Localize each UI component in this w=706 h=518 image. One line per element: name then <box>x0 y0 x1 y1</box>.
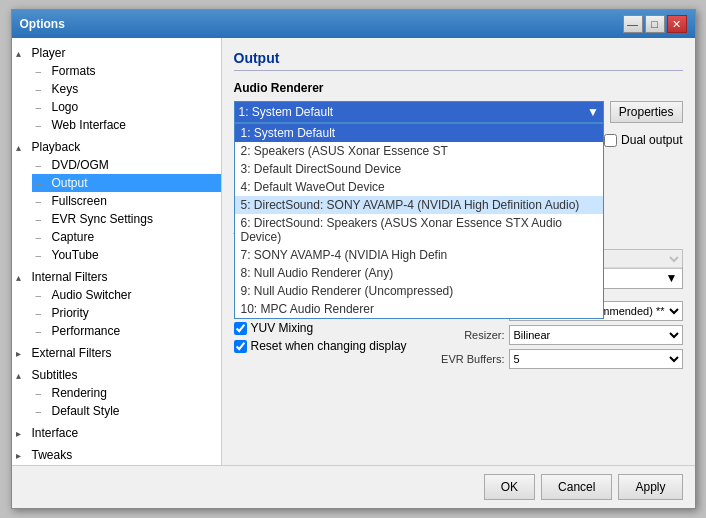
sidebar-item-subtitles[interactable]: ▴ Subtitles <box>12 366 221 384</box>
dropdown-arrow-icon: ▼ <box>587 105 599 119</box>
expand-icon: ▸ <box>16 348 32 359</box>
sidebar-item-dvd-ogm[interactable]: –DVD/OGM <box>32 156 221 174</box>
checkbox-reset-display: Reset when changing display <box>234 339 422 353</box>
maximize-button[interactable]: □ <box>645 15 665 33</box>
audio-renderer-row: 1: System Default ▼ 1: System Default 2:… <box>234 101 683 123</box>
sidebar-item-performance[interactable]: –Performance <box>32 322 221 340</box>
yuv-mixing-checkbox[interactable] <box>234 322 247 335</box>
evr-buffers-select[interactable]: 5 <box>509 349 683 369</box>
expand-icon: ▸ <box>16 450 32 461</box>
sidebar-item-label: External Filters <box>32 346 112 360</box>
evr-buffers-label: EVR Buffers: <box>430 353 505 365</box>
cancel-button[interactable]: Cancel <box>541 474 612 500</box>
sidebar-item-label: Tweaks <box>32 448 73 462</box>
sidebar-item-capture[interactable]: –Capture <box>32 228 221 246</box>
options-window: Options — □ ✕ ▴ Player –Formats –Keys –L… <box>11 9 696 509</box>
dropdown-item-6[interactable]: 7: SONY AVAMP-4 (NVIDIA High Defin <box>235 246 603 264</box>
dropdown-item-4[interactable]: 5: DirectSound: SONY AVAMP-4 (NVIDIA Hig… <box>235 196 603 214</box>
checkbox-yuv-mixing: YUV Mixing <box>234 321 422 335</box>
sidebar-item-audio-switcher[interactable]: –Audio Switcher <box>32 286 221 304</box>
audio-renderer-select[interactable]: 1: System Default ▼ <box>234 101 604 123</box>
sidebar-item-youtube[interactable]: –YouTube <box>32 246 221 264</box>
dropdown-item-7[interactable]: 8: Null Audio Renderer (Any) <box>235 264 603 282</box>
audio-renderer-label: Audio Renderer <box>234 81 683 95</box>
resizer-label: Resizer: <box>430 329 505 341</box>
sidebar-item-logo[interactable]: –Logo <box>32 98 221 116</box>
sidebar-item-web-interface[interactable]: –Web Interface <box>32 116 221 134</box>
dropdown-item-3[interactable]: 4: Default WaveOut Device <box>235 178 603 196</box>
sidebar-item-rendering[interactable]: –Rendering <box>32 384 221 402</box>
sidebar-item-label: Player <box>32 46 66 60</box>
minimize-button[interactable]: — <box>623 15 643 33</box>
dual-output-checkbox[interactable] <box>604 134 617 147</box>
main-panel: Output Audio Renderer 1: System Default … <box>222 38 695 465</box>
dual-output-label: Dual output <box>621 133 682 147</box>
properties-button[interactable]: Properties <box>610 101 683 123</box>
audio-renderer-select-container: 1: System Default ▼ 1: System Default 2:… <box>234 101 604 123</box>
yuv-mixing-label: YUV Mixing <box>251 321 314 335</box>
sidebar: ▴ Player –Formats –Keys –Logo –Web Inter… <box>12 38 222 465</box>
evr-buffers-row: EVR Buffers: 5 <box>430 349 683 369</box>
sidebar-item-default-style[interactable]: –Default Style <box>32 402 221 420</box>
tree-item-subtitles: ▴ Subtitles –Rendering –Default Style <box>12 364 221 422</box>
tree-item-external-filters: ▸ External Filters <box>12 342 221 364</box>
tree-item-tweaks: ▸ Tweaks <box>12 444 221 465</box>
expand-icon: ▴ <box>16 142 32 153</box>
sidebar-item-keys[interactable]: –Keys <box>32 80 221 98</box>
resizer-select[interactable]: Bilinear <box>509 325 683 345</box>
audio-renderer-value: 1: System Default <box>239 105 334 119</box>
expand-icon: ▴ <box>16 48 32 59</box>
resizer-row: Resizer: Bilinear <box>430 325 683 345</box>
tree-item-interface: ▸ Interface <box>12 422 221 444</box>
sidebar-item-label: Internal Filters <box>32 270 108 284</box>
title-bar-buttons: — □ ✕ <box>623 15 687 33</box>
dropdown-item-5[interactable]: 6: DirectSound: Speakers (ASUS Xonar Ess… <box>235 214 603 246</box>
expand-icon: ▸ <box>16 428 32 439</box>
sidebar-item-tweaks[interactable]: ▸ Tweaks <box>12 446 221 464</box>
dropdown-item-8[interactable]: 9: Null Audio Renderer (Uncompressed) <box>235 282 603 300</box>
dropdown-item-0[interactable]: 1: System Default <box>235 124 603 142</box>
dropdown-item-9[interactable]: 10: MPC Audio Renderer <box>235 300 603 318</box>
dual-output-row: Dual output <box>604 133 682 147</box>
footer: OK Cancel Apply <box>12 465 695 508</box>
tree-item-playback: ▴ Playback –DVD/OGM –Output –Fullscreen … <box>12 136 221 266</box>
sidebar-item-evr-sync[interactable]: –EVR Sync Settings <box>32 210 221 228</box>
reset-display-label: Reset when changing display <box>251 339 407 353</box>
reset-display-checkbox[interactable] <box>234 340 247 353</box>
window-title: Options <box>20 17 65 31</box>
sidebar-item-playback[interactable]: ▴ Playback <box>12 138 221 156</box>
sidebar-item-internal-filters[interactable]: ▴ Internal Filters <box>12 268 221 286</box>
sidebar-item-label: Subtitles <box>32 368 78 382</box>
close-button[interactable]: ✕ <box>667 15 687 33</box>
tree-item-player: ▴ Player –Formats –Keys –Logo –Web Inter… <box>12 42 221 136</box>
sidebar-item-interface[interactable]: ▸ Interface <box>12 424 221 442</box>
ok-button[interactable]: OK <box>484 474 535 500</box>
player-children: –Formats –Keys –Logo –Web Interface <box>12 62 221 134</box>
dropdown-item-2[interactable]: 3: Default DirectSound Device <box>235 160 603 178</box>
sidebar-item-priority[interactable]: –Priority <box>32 304 221 322</box>
tree-item-internal-filters: ▴ Internal Filters –Audio Switcher –Prio… <box>12 266 221 342</box>
sidebar-item-player[interactable]: ▴ Player <box>12 44 221 62</box>
expand-icon: ▴ <box>16 272 32 283</box>
sidebar-item-external-filters[interactable]: ▸ External Filters <box>12 344 221 362</box>
sidebar-item-output[interactable]: –Output <box>32 174 221 192</box>
dropdown-item-1[interactable]: 2: Speakers (ASUS Xonar Essence ST <box>235 142 603 160</box>
audio-renderer-dropdown[interactable]: 1: System Default 2: Speakers (ASUS Xona… <box>234 123 604 319</box>
sidebar-item-label: Interface <box>32 426 79 440</box>
playback-children: –DVD/OGM –Output –Fullscreen –EVR Sync S… <box>12 156 221 264</box>
apply-button[interactable]: Apply <box>618 474 682 500</box>
content-area: ▴ Player –Formats –Keys –Logo –Web Inter… <box>12 38 695 465</box>
title-bar: Options — □ ✕ <box>12 10 695 38</box>
sidebar-item-fullscreen[interactable]: –Fullscreen <box>32 192 221 210</box>
sidebar-item-formats[interactable]: –Formats <box>32 62 221 80</box>
section-title: Output <box>234 50 683 71</box>
expand-icon: ▴ <box>16 370 32 381</box>
sidebar-item-label: Playback <box>32 140 81 154</box>
subtitles-children: –Rendering –Default Style <box>12 384 221 420</box>
internal-filters-children: –Audio Switcher –Priority –Performance <box>12 286 221 340</box>
